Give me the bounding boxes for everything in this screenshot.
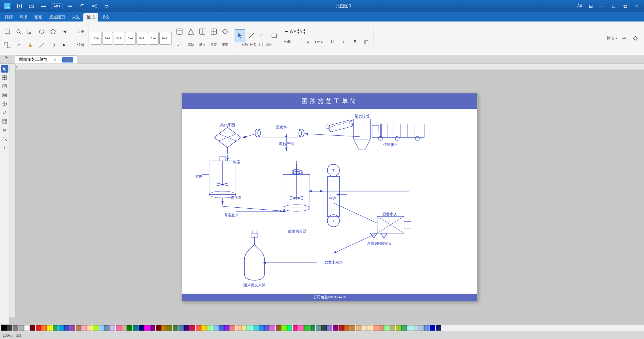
- preset-btn-4[interactable]: 0sA: [125, 32, 136, 45]
- rect-btn2[interactable]: [269, 29, 280, 42]
- color-swatch-darkkhaki[interactable]: [390, 325, 395, 331]
- color-swatch-powderblue[interactable]: [413, 325, 418, 331]
- color-swatch-springgreen[interactable]: [287, 325, 292, 331]
- color-swatch-darkorange[interactable]: [161, 325, 167, 331]
- file-tab-pin[interactable]: 📌: [62, 57, 73, 62]
- num-down-btn[interactable]: ▼: [303, 32, 306, 35]
- collapse-btn[interactable]: ◀: [59, 25, 70, 38]
- restore-btn[interactable]: ⊞: [586, 1, 596, 11]
- color-swatch-seagreen[interactable]: [310, 325, 315, 331]
- color-swatch-darkslate[interactable]: [321, 325, 327, 331]
- text-btn[interactable]: T: [257, 29, 268, 42]
- tab-home[interactable]: 顿顿: [1, 13, 16, 22]
- lock-tool[interactable]: 🔒: [25, 39, 36, 51]
- color-swatch-peach[interactable]: [236, 325, 241, 331]
- undo-btn[interactable]: [78, 1, 87, 11]
- color-swatch-deeppink[interactable]: [293, 325, 298, 331]
- color-swatch-firebrick[interactable]: [338, 325, 344, 331]
- cloud-btn[interactable]: [102, 1, 111, 11]
- color-swatch-gold[interactable]: [201, 325, 207, 331]
- scissors-tool[interactable]: ✂: [13, 39, 24, 51]
- preset-btn-7[interactable]: 0sA: [159, 32, 170, 45]
- color-swatch-darkgreen[interactable]: [127, 325, 132, 331]
- window-minimize[interactable]: ─: [598, 1, 607, 11]
- color-swatch-cornflowerblue[interactable]: [424, 325, 430, 331]
- preset-btn-3[interactable]: 0sA: [114, 32, 124, 45]
- color-swatch-mint[interactable]: [207, 325, 212, 331]
- share-btn[interactable]: [90, 1, 99, 11]
- size-down-btn[interactable]: 缩制: [75, 39, 86, 51]
- color-swatch-violet[interactable]: [224, 325, 230, 331]
- preset-btn-2[interactable]: 0sA: [102, 32, 113, 45]
- bold-btn[interactable]: B: [350, 36, 360, 48]
- color-swatch-lightgreen[interactable]: [93, 325, 98, 331]
- split-view-btn[interactable]: [197, 25, 208, 38]
- ellipse-tool[interactable]: [36, 25, 47, 38]
- color-swatch-brown[interactable]: [76, 325, 81, 331]
- size-up-btn[interactable]: 大小: [75, 25, 86, 38]
- font-down-btn[interactable]: ▼: [297, 32, 299, 35]
- tab-expand-btn[interactable]: ≫: [1, 51, 12, 63]
- preset-btn-5[interactable]: 0sA: [136, 32, 147, 45]
- color-swatch-orange[interactable]: [41, 325, 47, 331]
- pointer-active-btn[interactable]: [235, 29, 245, 42]
- color-swatch-peru[interactable]: [350, 325, 355, 331]
- new-btn[interactable]: [15, 1, 24, 11]
- connector-btn[interactable]: [246, 29, 257, 42]
- color-swatch-white[interactable]: [24, 325, 30, 331]
- window-maximize[interactable]: □: [609, 1, 618, 11]
- color-swatch-silver[interactable]: [18, 325, 24, 331]
- grid-view-btn[interactable]: [208, 25, 219, 38]
- sidebar-data[interactable]: [1, 100, 8, 108]
- color-swatch-indigo[interactable]: [184, 325, 190, 331]
- color-swatch-sienna[interactable]: [276, 325, 281, 331]
- copy-format-btn[interactable]: [361, 36, 372, 48]
- open-btn[interactable]: [27, 1, 36, 11]
- minimize-btn[interactable]: —: [39, 1, 48, 11]
- color-swatch-pink2[interactable]: [116, 325, 121, 331]
- numbering-btn[interactable]: ≡: [303, 36, 314, 48]
- sidebar-image[interactable]: [1, 83, 8, 90]
- color-swatch-tan[interactable]: [121, 325, 127, 331]
- color-swatch-yellowgreen[interactable]: [396, 325, 401, 331]
- rect-tool[interactable]: [2, 25, 13, 38]
- color-swatch-moccasin[interactable]: [367, 325, 372, 331]
- sidebar-shapes[interactable]: [1, 74, 8, 81]
- color-swatch-teal[interactable]: [133, 325, 138, 331]
- search-tool[interactable]: [13, 25, 24, 38]
- color-swatch-lavender[interactable]: [110, 325, 115, 331]
- color-swatch-cadetblue[interactable]: [316, 325, 321, 331]
- sidebar-template[interactable]: ▤: [1, 126, 8, 134]
- color-swatch-forest[interactable]: [173, 325, 178, 331]
- shape-arrow-btn[interactable]: [618, 32, 629, 45]
- group-tool[interactable]: [2, 39, 13, 51]
- color-swatch-burlywood[interactable]: [356, 325, 361, 331]
- color-swatch-lightyellow[interactable]: [87, 325, 92, 331]
- sidebar-format[interactable]: [1, 135, 8, 142]
- color-swatch-medseagreen[interactable]: [401, 325, 407, 331]
- tab-layout[interactable]: 原点图页: [46, 13, 69, 22]
- bullet-btn[interactable]: ☰: [291, 36, 302, 48]
- italic-btn[interactable]: I: [338, 36, 349, 48]
- triangle-view-btn[interactable]: [186, 25, 196, 38]
- tab-text[interactable]: 书文: [98, 13, 113, 22]
- color-swatch-salmon[interactable]: [230, 325, 235, 331]
- color-swatch-orchid[interactable]: [270, 325, 275, 331]
- color-swatch-slateblue[interactable]: [264, 325, 270, 331]
- preset-btn-6[interactable]: 0sA: [148, 32, 159, 45]
- color-swatch-limegreen[interactable]: [304, 325, 310, 331]
- frame-view-btn[interactable]: [174, 25, 185, 38]
- color-swatch-coral[interactable]: [196, 325, 201, 331]
- color-swatch-purple[interactable]: [70, 325, 75, 331]
- color-swatch-hotpink[interactable]: [298, 325, 304, 331]
- color-swatch-darkpurple[interactable]: [150, 325, 155, 331]
- file-tab-diagram1[interactable]: 图跌施芝工单简 ✕ 📌: [15, 55, 77, 63]
- version-selector[interactable]: Att ▾: [51, 3, 63, 9]
- color-swatch-medblue[interactable]: [430, 325, 435, 331]
- color-swatch-royalblue[interactable]: [218, 325, 224, 331]
- sidebar-table[interactable]: [1, 118, 8, 125]
- expand2-btn[interactable]: ▶: [59, 39, 70, 51]
- color-swatch-red[interactable]: [36, 325, 41, 331]
- color-swatch-dodgerblue[interactable]: [258, 325, 264, 331]
- color-swatch-maroon[interactable]: [156, 325, 161, 331]
